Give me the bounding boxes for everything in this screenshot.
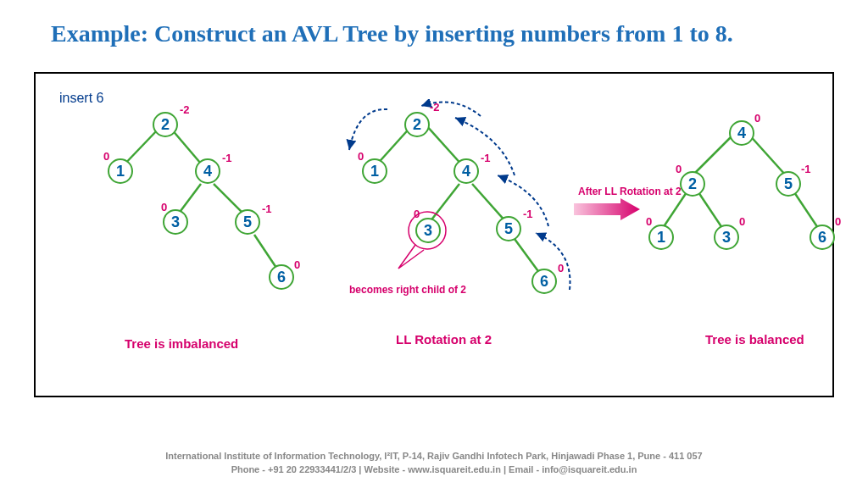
svg-line-12 <box>693 133 735 175</box>
t2-caption: LL Rotation at 2 <box>396 332 492 347</box>
diagram-container: insert 6 2 -2 1 0 4 -1 3 0 5 -1 6 0 Tree… <box>34 72 834 397</box>
t2-bf-4: -1 <box>481 152 491 164</box>
t3-node-1: 1 <box>648 225 674 250</box>
t3-caption: Tree is balanced <box>705 332 804 347</box>
t2-node-5: 5 <box>496 216 521 241</box>
t2-node-3: 3 <box>415 218 441 243</box>
t3-bf-4: 0 <box>754 112 760 125</box>
t2-bf-1: 0 <box>358 150 364 163</box>
t1-node-5: 5 <box>235 209 260 235</box>
t2-node-4: 4 <box>453 158 479 184</box>
t3-node-6: 6 <box>810 225 835 250</box>
t1-bf-5: -1 <box>262 202 272 215</box>
footer-line1: International Institute of Information T… <box>0 450 868 463</box>
t1-node-1: 1 <box>108 158 133 184</box>
t3-bf-1: 0 <box>646 215 652 228</box>
t3-node-3: 3 <box>714 225 739 250</box>
t1-bf-6: 0 <box>294 258 300 271</box>
t3-node-4: 4 <box>729 120 754 146</box>
svg-line-8 <box>472 184 506 222</box>
insert-label: insert 6 <box>59 91 103 106</box>
t1-bf-4: -1 <box>222 152 232 164</box>
svg-line-7 <box>430 184 459 222</box>
footer-line2: Phone - +91 20 22933441/2/3 | Website - … <box>0 463 868 476</box>
footer: International Institute of Information T… <box>0 450 868 476</box>
t3-bf-2: 0 <box>676 163 682 175</box>
t1-node-2: 2 <box>153 112 178 137</box>
svg-line-15 <box>698 192 724 230</box>
t1-bf-1: 0 <box>103 150 109 163</box>
t2-node-1: 1 <box>362 158 387 184</box>
t1-bf-3: 0 <box>161 201 167 214</box>
t2-bf-5: -1 <box>523 208 533 220</box>
rotation-label: After LL Rotation at 2 <box>578 186 682 197</box>
t1-bf-2: -2 <box>180 103 190 116</box>
t3-bf-3: 0 <box>739 215 745 228</box>
t3-bf-6: 0 <box>835 215 841 228</box>
t2-bf-2: -2 <box>430 101 440 114</box>
t2-bf-3: 0 <box>414 208 420 220</box>
svg-line-16 <box>794 192 820 230</box>
slide-title: Example: Construct an AVL Tree by insert… <box>0 0 868 57</box>
t1-node-4: 4 <box>195 158 220 184</box>
t3-node-5: 5 <box>776 171 801 197</box>
t1-caption: Tree is imbalanced <box>125 336 238 351</box>
t2-annotation: becomes right child of 2 <box>349 284 466 296</box>
svg-line-13 <box>748 133 786 175</box>
arrow-icon <box>574 197 642 222</box>
t2-bf-6: 0 <box>558 262 564 274</box>
t2-node-6: 6 <box>531 269 557 294</box>
t1-node-6: 6 <box>269 264 294 290</box>
t3-bf-5: -1 <box>801 163 811 175</box>
t2-node-2: 2 <box>404 112 430 137</box>
svg-marker-11 <box>574 198 640 220</box>
t3-node-2: 2 <box>680 171 705 197</box>
